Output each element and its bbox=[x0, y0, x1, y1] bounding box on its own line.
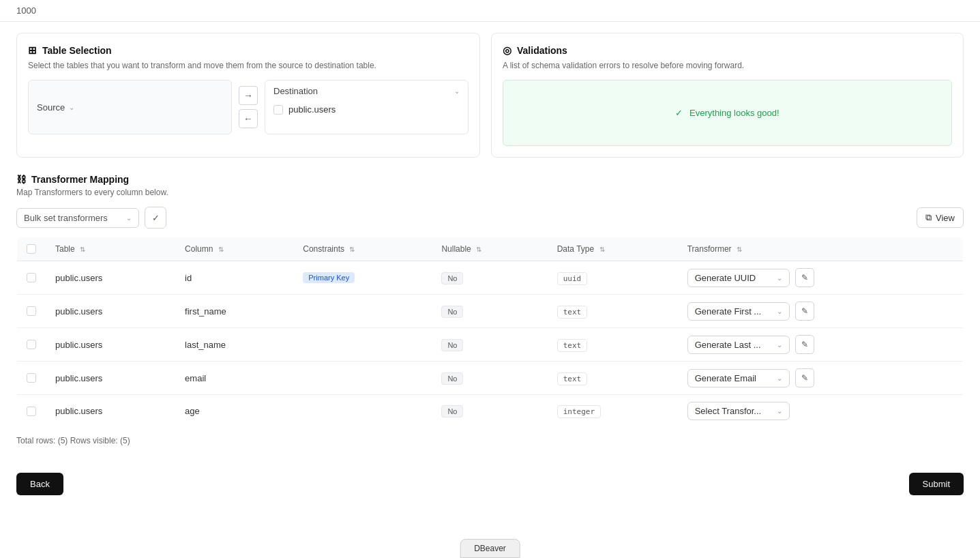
pencil-icon: ✎ bbox=[801, 273, 808, 282]
edit-transformer-btn[interactable]: ✎ bbox=[795, 335, 814, 354]
cell-datatype: text bbox=[548, 362, 678, 395]
edit-transformer-btn[interactable]: ✎ bbox=[795, 302, 814, 321]
submit-button[interactable]: Submit bbox=[909, 473, 964, 495]
total-rows: Total rows: (5) Rows visible: (5) bbox=[16, 436, 964, 445]
transformer-chevron-icon: ⌄ bbox=[777, 407, 782, 415]
transformer-select[interactable]: Select Transfor...⌄ bbox=[687, 402, 790, 420]
source-label: Source bbox=[37, 102, 65, 113]
source-box-inner: Source ⌄ bbox=[37, 102, 74, 113]
destination-item-label: public.users bbox=[288, 104, 336, 115]
row-checkbox[interactable] bbox=[27, 273, 36, 282]
th-datatype-label: Data Type bbox=[557, 244, 594, 254]
select-all-checkbox[interactable] bbox=[27, 244, 36, 254]
cell-constraints bbox=[293, 395, 432, 428]
validations-panel: ◎ Validations A list of schema validatio… bbox=[491, 33, 964, 158]
row-checkbox[interactable] bbox=[27, 407, 36, 416]
cell-transformer: Select Transfor...⌄ bbox=[678, 395, 964, 428]
transformer-value: Generate First ... bbox=[695, 306, 762, 317]
validations-icon: ◎ bbox=[503, 44, 511, 57]
cell-transformer: Generate First ...⌄✎ bbox=[678, 295, 964, 328]
back-button[interactable]: Back bbox=[16, 473, 63, 495]
bulk-confirm-btn[interactable]: ✓ bbox=[145, 207, 166, 229]
cell-constraints bbox=[293, 295, 432, 328]
cell-datatype: text bbox=[548, 328, 678, 362]
row-checkbox[interactable] bbox=[27, 373, 36, 383]
th-datatype[interactable]: Data Type ⇅ bbox=[548, 237, 678, 261]
th-transformer-sort-icon: ⇅ bbox=[737, 246, 742, 253]
cell-transformer: Generate UUID⌄✎ bbox=[678, 261, 964, 295]
th-select-all bbox=[17, 237, 46, 261]
top-bar-value: 1000 bbox=[16, 5, 36, 16]
transformer-chevron-icon: ⌄ bbox=[777, 375, 782, 382]
validation-success-box: ✓ Everything looks good! bbox=[503, 80, 952, 146]
transformer-select[interactable]: Generate Email⌄ bbox=[687, 369, 790, 387]
bulk-set-transformers[interactable]: Bulk set transformers ⌄ bbox=[16, 208, 139, 228]
th-transformer[interactable]: Transformer ⇅ bbox=[678, 237, 964, 261]
destination-label: Destination bbox=[273, 86, 318, 96]
transformer-cell: Generate UUID⌄✎ bbox=[687, 268, 953, 287]
transformer-mapping-section: ⛓ Transformer Mapping Map Transformers t… bbox=[16, 174, 964, 445]
arrow-left-btn[interactable]: ← bbox=[239, 109, 258, 128]
cell-constraints bbox=[293, 362, 432, 395]
bulk-set-label: Bulk set transformers bbox=[24, 213, 108, 223]
cell-nullable: No bbox=[432, 261, 547, 295]
cell-table-name: public.users bbox=[46, 295, 175, 328]
transformer-chevron-icon: ⌄ bbox=[777, 274, 782, 282]
edit-transformer-btn[interactable]: ✎ bbox=[795, 368, 814, 387]
edit-transformer-btn[interactable]: ✎ bbox=[795, 268, 814, 287]
destination-header[interactable]: Destination ⌄ bbox=[273, 86, 460, 96]
table-selector: Source ⌄ → ← bbox=[28, 80, 469, 134]
th-constraints-label: Constraints bbox=[303, 244, 344, 254]
transformer-cell: Generate Email⌄✎ bbox=[687, 368, 953, 387]
validation-success-message: Everything looks good! bbox=[689, 108, 779, 118]
table-row: public.usersidPrimary KeyNouuidGenerate … bbox=[17, 261, 964, 295]
arrow-right-btn[interactable]: → bbox=[239, 86, 258, 105]
cell-column: email bbox=[175, 362, 293, 395]
pencil-icon: ✎ bbox=[801, 373, 808, 383]
cell-transformer: Generate Email⌄✎ bbox=[678, 362, 964, 395]
top-panels: ⊞ Table Selection Select the tables that… bbox=[16, 33, 964, 158]
source-box[interactable]: Source ⌄ bbox=[28, 80, 232, 134]
transformer-mapping-desc: Map Transformers to every column below. bbox=[16, 188, 964, 197]
validations-header: ◎ Validations bbox=[503, 44, 952, 57]
transformer-value: Generate UUID bbox=[695, 273, 756, 283]
view-button[interactable]: ⧉ View bbox=[917, 207, 964, 228]
transformer-value: Select Transfor... bbox=[695, 406, 762, 416]
pencil-icon: ✎ bbox=[801, 306, 808, 316]
table-row: public.usersageNointegerSelect Transfor.… bbox=[17, 395, 964, 428]
row-checkbox[interactable] bbox=[27, 306, 36, 316]
transformer-select[interactable]: Generate First ...⌄ bbox=[687, 302, 790, 321]
table-selection-title: Table Selection bbox=[42, 45, 112, 56]
table-row: public.usersemailNotextGenerate Email⌄✎ bbox=[17, 362, 964, 395]
top-bar: 1000 bbox=[0, 0, 980, 22]
bulk-chevron-icon: ⌄ bbox=[126, 214, 132, 222]
arrow-right-icon: → bbox=[243, 90, 253, 101]
th-datatype-sort-icon: ⇅ bbox=[599, 246, 605, 253]
transformer-cell: Generate First ...⌄✎ bbox=[687, 302, 953, 321]
transformer-mapping-icon: ⛓ bbox=[16, 174, 26, 185]
transformer-value: Generate Email bbox=[695, 373, 756, 383]
row-checkbox[interactable] bbox=[27, 340, 36, 349]
cell-table-name: public.users bbox=[46, 362, 175, 395]
th-constraints-sort-icon: ⇅ bbox=[349, 246, 355, 253]
th-table[interactable]: Table ⇅ bbox=[46, 237, 175, 261]
destination-item-checkbox[interactable] bbox=[273, 105, 283, 115]
cell-constraints bbox=[293, 328, 432, 362]
cell-column: age bbox=[175, 395, 293, 428]
transformer-select[interactable]: Generate Last ...⌄ bbox=[687, 336, 790, 354]
table-icon: ⊞ bbox=[28, 44, 37, 57]
th-column[interactable]: Column ⇅ bbox=[175, 237, 293, 261]
th-nullable[interactable]: Nullable ⇅ bbox=[432, 237, 547, 261]
transformer-table: Table ⇅ Column ⇅ Constraints ⇅ Nullabl bbox=[16, 237, 964, 428]
transformer-select[interactable]: Generate UUID⌄ bbox=[687, 269, 790, 287]
destination-item: public.users bbox=[273, 102, 460, 117]
main-content: ⊞ Table Selection Select the tables that… bbox=[0, 22, 980, 456]
cell-datatype: uuid bbox=[548, 261, 678, 295]
destination-box: Destination ⌄ public.users bbox=[265, 80, 469, 134]
table-header-row: Table ⇅ Column ⇅ Constraints ⇅ Nullabl bbox=[17, 237, 964, 261]
cell-nullable: No bbox=[432, 362, 547, 395]
th-column-label: Column bbox=[185, 244, 213, 254]
table-selection-desc: Select the tables that you want to trans… bbox=[28, 61, 469, 70]
th-constraints[interactable]: Constraints ⇅ bbox=[293, 237, 432, 261]
th-table-label: Table bbox=[55, 244, 75, 254]
